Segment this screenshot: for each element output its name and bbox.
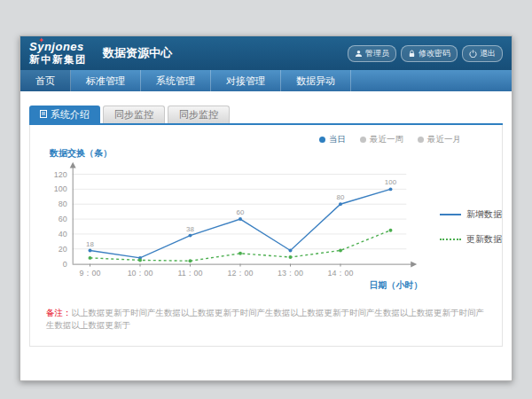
- svg-text:13：00: 13：00: [278, 269, 303, 278]
- svg-text:80: 80: [59, 200, 67, 208]
- content-area: 系统介绍 同步监控 同步监控 当日 最近一周: [20, 106, 512, 347]
- change-password-button[interactable]: 修改密码: [401, 45, 458, 62]
- svg-text:80: 80: [337, 193, 345, 201]
- lock-icon: [408, 50, 416, 58]
- filter-label: 最近一周: [370, 134, 403, 145]
- nav-item-home[interactable]: 首页: [20, 70, 71, 91]
- svg-text:60: 60: [59, 215, 67, 223]
- app-window: Synjones ✦ 新中新集团 数据资源中心 管理员 修改密码: [20, 35, 512, 381]
- page-title: 数据资源中心: [103, 45, 172, 61]
- dot-icon: [360, 137, 366, 143]
- nav-item-data-change[interactable]: 数据异动: [281, 70, 351, 91]
- tab-sync-monitor-2[interactable]: 同步监控: [168, 106, 230, 123]
- exchange-line-chart: 0204060801001209：0010：0011：0012：0013：001…: [41, 160, 438, 294]
- svg-text:38: 38: [186, 225, 194, 233]
- nav-item-system-mgmt[interactable]: 系统管理: [141, 70, 211, 91]
- series-legend: 新增数据 更新数据: [440, 208, 502, 246]
- tab-label: 同步监控: [114, 108, 153, 121]
- svg-text:12：00: 12：00: [228, 269, 254, 278]
- power-icon: [469, 50, 477, 58]
- logout-button-label: 退出: [480, 48, 496, 59]
- svg-text:10：00: 10：00: [128, 269, 153, 278]
- svg-text:100: 100: [54, 184, 67, 193]
- legend-label: 更新数据: [466, 233, 502, 246]
- logo: Synjones ✦ 新中新集团: [29, 41, 87, 66]
- y-axis-title: 数据交换（条）: [50, 147, 502, 160]
- logout-button[interactable]: 退出: [462, 45, 503, 62]
- svg-text:11：00: 11：00: [177, 269, 202, 278]
- change-password-button-label: 修改密码: [419, 48, 450, 59]
- svg-text:60: 60: [237, 208, 245, 216]
- svg-text:0: 0: [63, 260, 67, 269]
- svg-text:日期（小时）: 日期（小时）: [370, 280, 422, 290]
- legend-updated-data[interactable]: 更新数据: [440, 233, 502, 246]
- svg-text:9：00: 9：00: [80, 269, 101, 278]
- admin-button-label: 管理员: [365, 48, 389, 59]
- filter-label: 最近一月: [427, 134, 461, 145]
- main-nav: 首页 标准管理 系统管理 对接管理 数据异动: [20, 70, 512, 91]
- footnote-text: 以上数据更新于时间产生数据以上数据更新于时间产生数据以上数据更新于时间产生数据以…: [46, 308, 484, 330]
- filter-label: 当日: [329, 134, 346, 145]
- spark-icon: ✦: [38, 36, 44, 44]
- svg-text:20: 20: [59, 245, 67, 254]
- filter-last-week[interactable]: 最近一周: [360, 134, 403, 145]
- user-actions: 管理员 修改密码 退出: [348, 45, 503, 62]
- solid-line-icon: [440, 214, 461, 215]
- tab-bar: 系统介绍 同步监控 同步监控: [29, 106, 503, 125]
- filter-last-month[interactable]: 最近一月: [418, 134, 461, 145]
- tab-sync-monitor-1[interactable]: 同步监控: [103, 106, 165, 123]
- filter-today[interactable]: 当日: [319, 134, 346, 145]
- legend-new-data[interactable]: 新增数据: [440, 208, 502, 221]
- admin-button[interactable]: 管理员: [348, 45, 396, 62]
- svg-text:18: 18: [86, 240, 94, 248]
- top-header: Synjones ✦ 新中新集团 数据资源中心 管理员 修改密码: [20, 36, 512, 70]
- footnote: 备注：以上数据更新于时间产生数据以上数据更新于时间产生数据以上数据更新于时间产生…: [46, 307, 486, 332]
- legend-label: 新增数据: [466, 208, 502, 221]
- nav-item-standard-mgmt[interactable]: 标准管理: [71, 70, 141, 91]
- svg-text:40: 40: [59, 230, 67, 239]
- tab-label: 同步监控: [179, 108, 218, 121]
- svg-text:14：00: 14：00: [328, 269, 354, 278]
- tab-system-intro[interactable]: 系统介绍: [29, 106, 100, 123]
- svg-text:100: 100: [385, 178, 397, 186]
- chart-panel: 当日 最近一周 最近一月 数据交换（条） 0204060801001209：00…: [29, 125, 503, 347]
- nav-item-integration-mgmt[interactable]: 对接管理: [211, 70, 281, 91]
- time-filter-legend: 当日 最近一周 最近一月: [30, 125, 502, 145]
- logo-name: Synjones ✦: [29, 41, 87, 54]
- footnote-prefix: 备注：: [46, 308, 72, 317]
- dot-icon: [418, 137, 424, 143]
- logo-company: 新中新集团: [29, 54, 87, 66]
- dot-icon: [319, 137, 325, 143]
- tab-label: 系统介绍: [51, 108, 90, 121]
- user-icon: [355, 50, 363, 58]
- chart-row: 0204060801001209：0010：0011：0012：0013：001…: [30, 160, 502, 294]
- dashed-line-icon: [440, 239, 461, 240]
- document-icon: [40, 109, 47, 120]
- svg-text:120: 120: [54, 170, 67, 179]
